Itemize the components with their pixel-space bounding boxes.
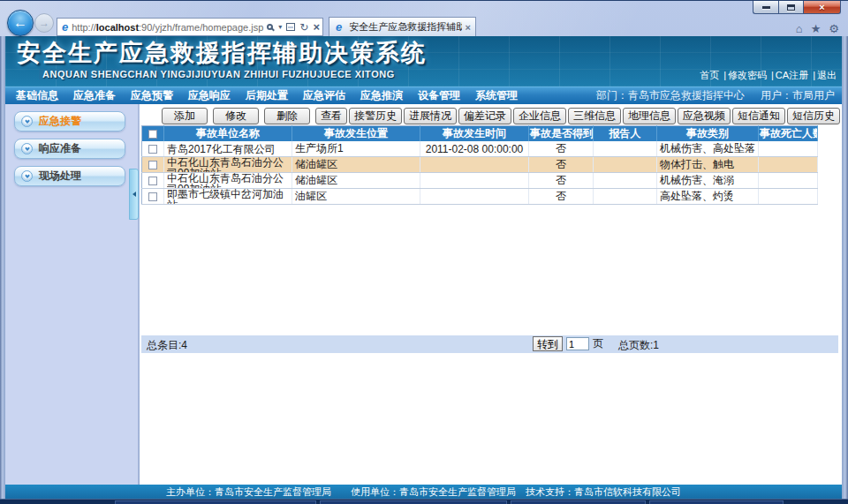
cell-time xyxy=(420,157,529,173)
toolbar-button[interactable]: 删除 xyxy=(264,108,310,124)
user-label: 用户：市局用户 xyxy=(761,88,835,103)
menu-item[interactable]: 系统管理 xyxy=(475,88,518,103)
page-number-input[interactable] xyxy=(566,337,589,350)
table-row[interactable]: 即墨市七级镇中岔河加油站 油罐区 否 高处坠落、灼烫 xyxy=(142,189,818,205)
forward-icon: → xyxy=(39,17,49,29)
settings-gear-icon[interactable]: ⚙ xyxy=(829,22,839,35)
menu-item[interactable]: 后期处置 xyxy=(246,88,288,103)
toolbar-button[interactable]: 短信通知 xyxy=(732,108,785,124)
search-icon[interactable] xyxy=(267,24,273,30)
header-link[interactable]: 修改密码 xyxy=(719,69,767,82)
taskbar-button xyxy=(115,500,316,504)
taskbar-sliver xyxy=(0,499,848,504)
stop-icon[interactable]: × xyxy=(313,23,320,32)
cell-category: 高处坠落、灼烫 xyxy=(657,189,759,205)
maximize-icon xyxy=(787,4,795,11)
refresh-icon[interactable]: ↻ xyxy=(299,23,308,32)
toolbar-button[interactable]: 修改 xyxy=(213,108,259,124)
sidebar-item[interactable]: 响应准备 xyxy=(14,139,125,159)
close-button[interactable]: × xyxy=(803,1,841,14)
table-row[interactable]: 青岛2017化工有限公司 生产场所1 2011-02-08 00:00:00 否… xyxy=(142,141,818,157)
toolbar-button[interactable]: 应急视频 xyxy=(678,108,731,124)
back-button[interactable]: ← xyxy=(7,10,34,36)
cell-reporter xyxy=(594,157,657,173)
sidebar-item[interactable]: 现场处理 xyxy=(14,166,125,186)
toolbar-button[interactable]: 地理信息 xyxy=(623,108,676,124)
sidebar-item[interactable]: 应急接警 xyxy=(14,111,125,132)
forward-button[interactable]: → xyxy=(34,13,54,33)
main-content: 添加修改删除查看接警历史进展情况偏差记录企业信息三维信息地理信息应急视频短信通知… xyxy=(140,104,842,485)
browser-tab[interactable]: e 安全生产应急救援指挥辅助... × xyxy=(329,17,476,36)
app-header: 安全生产应急救援指挥辅助决策系统 ANQUAN SHENGCHAN YINGJI… xyxy=(5,36,842,87)
goto-page-button[interactable]: 转到 xyxy=(533,336,563,351)
toolbar-button[interactable]: 三维信息 xyxy=(568,108,621,124)
sidebar-collapse-handle[interactable] xyxy=(129,169,139,220)
table-row[interactable]: 中石化山东青岛石油分公司09加油站 储油罐区 否 物体打击、触电 xyxy=(142,157,818,173)
menu-item[interactable]: 应急响应 xyxy=(188,88,231,103)
menu-item[interactable]: 应急推演 xyxy=(360,88,403,103)
minimize-icon xyxy=(762,6,770,9)
cell-controlled: 否 xyxy=(529,157,594,173)
page-unit-label: 页 xyxy=(593,336,603,351)
menu-item[interactable]: 设备管理 xyxy=(418,88,460,103)
cell-unit-name: 中石化山东青岛石油分公司09加油站 xyxy=(167,173,289,188)
url-text[interactable]: http://localhost:90/yjzh/frame/homepage.… xyxy=(72,22,267,33)
row-checkbox[interactable] xyxy=(148,145,157,154)
toolbar-button[interactable]: 查看 xyxy=(315,108,347,124)
page-subtitle-pinyin: ANQUAN SHENGCHAN YINGJIJIUYUAN ZHIHUI FU… xyxy=(39,69,398,79)
cell-controlled: 否 xyxy=(529,189,594,205)
compatibility-view-icon[interactable] xyxy=(286,23,295,31)
total-items-label: 总条目:4 xyxy=(147,338,187,353)
toolbar-button[interactable]: 偏差记录 xyxy=(458,108,511,124)
favorites-star-icon[interactable]: ★ xyxy=(811,22,822,35)
address-bar[interactable]: e http://localhost:90/yjzh/frame/homepag… xyxy=(57,18,323,36)
taskbar-button xyxy=(511,500,646,504)
ie-page-icon: e xyxy=(62,20,68,34)
header-links: 首页修改密码CA注册退出 xyxy=(700,69,837,82)
search-dropdown-icon[interactable]: ▾ xyxy=(278,23,282,31)
back-icon: ← xyxy=(13,15,27,30)
tab-title: 安全生产应急救援指挥辅助... xyxy=(349,20,461,34)
toolbar-button[interactable]: 添加 xyxy=(162,108,208,124)
header-link[interactable]: CA注册 xyxy=(767,69,808,82)
col-header: 事故单位名称 xyxy=(164,126,292,142)
menu-item[interactable]: 应急评估 xyxy=(303,88,345,103)
cell-reporter xyxy=(594,189,657,205)
sidebar-item-label: 应急接警 xyxy=(39,114,81,129)
cell-time xyxy=(420,189,529,205)
minimize-button[interactable] xyxy=(753,1,778,14)
cell-unit-name: 即墨市七级镇中岔河加油站 xyxy=(167,189,289,204)
toolbar-button[interactable]: 短信历史 xyxy=(787,108,840,124)
toolbar-button[interactable]: 接警历史 xyxy=(349,108,402,124)
table-row[interactable]: 中石化山东青岛石油分公司09加油站 储油罐区 否 机械伤害、淹溺 xyxy=(142,173,818,189)
table-header-row: 事故单位名称 事故发生位置 事故发生时间 事故是否得到控制 报告人 事故类别 事… xyxy=(142,126,818,142)
row-checkbox[interactable] xyxy=(148,192,157,201)
toolbar-button[interactable]: 企业信息 xyxy=(513,108,566,124)
header-link[interactable]: 退出 xyxy=(808,69,837,82)
incident-table: 事故单位名称 事故发生位置 事故发生时间 事故是否得到控制 报告人 事故类别 事… xyxy=(141,125,818,205)
sidebar-item-label: 响应准备 xyxy=(39,141,81,156)
cell-controlled: 否 xyxy=(529,173,594,189)
col-header: 事故死亡人数 xyxy=(759,126,818,142)
header-link[interactable]: 首页 xyxy=(700,69,719,82)
tab-favicon: e xyxy=(336,20,342,34)
toolbar-button[interactable]: 进展情况 xyxy=(404,108,457,124)
menu-item[interactable]: 应急预警 xyxy=(131,88,173,103)
cell-category: 机械伤害、淹溺 xyxy=(657,173,759,189)
menu-item[interactable]: 应急准备 xyxy=(73,88,116,103)
browser-window: × ← → e http://localhost:90/yjzh/frame/h… xyxy=(0,0,848,504)
select-all-checkbox[interactable] xyxy=(148,130,157,139)
menu-item[interactable]: 基础信息 xyxy=(16,88,58,103)
chevron-down-icon xyxy=(21,143,33,154)
cell-controlled: 否 xyxy=(529,141,594,157)
cell-deaths xyxy=(759,157,818,173)
maximize-button[interactable] xyxy=(778,1,803,14)
col-header: 报告人 xyxy=(594,126,657,142)
row-checkbox[interactable] xyxy=(148,161,157,169)
row-checkbox[interactable] xyxy=(148,177,157,185)
tab-close-icon[interactable]: × xyxy=(466,22,471,33)
cell-time: 2011-02-08 00:00:00 xyxy=(420,141,529,157)
chevron-down-icon xyxy=(21,116,33,127)
close-icon: × xyxy=(819,2,824,12)
home-icon[interactable]: ⌂ xyxy=(796,22,803,35)
